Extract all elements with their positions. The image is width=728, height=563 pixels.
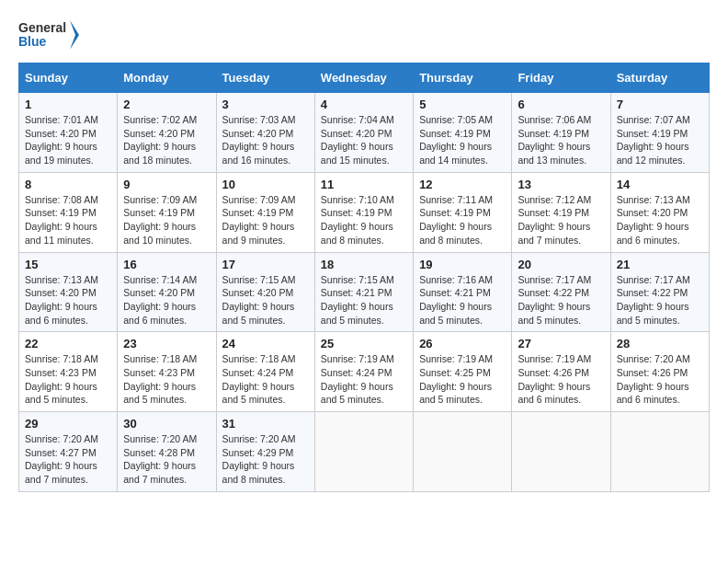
day-number: 19 [419, 258, 506, 271]
calendar-cell: 11Sunrise: 7:10 AMSunset: 4:19 PMDayligh… [314, 172, 413, 252]
day-number: 10 [222, 178, 309, 191]
calendar-cell: 27Sunrise: 7:19 AMSunset: 4:26 PMDayligh… [512, 332, 610, 412]
day-number: 27 [518, 337, 604, 350]
day-header-friday: Friday [512, 63, 610, 93]
day-info: Sunrise: 7:05 AMSunset: 4:19 PMDaylight:… [419, 113, 506, 167]
calendar-cell: 1Sunrise: 7:01 AMSunset: 4:20 PMDaylight… [19, 93, 118, 173]
day-number: 17 [222, 258, 309, 271]
day-number: 24 [222, 337, 309, 350]
calendar-cell: 4Sunrise: 7:04 AMSunset: 4:20 PMDaylight… [314, 93, 413, 173]
day-info: Sunrise: 7:20 AMSunset: 4:27 PMDaylight:… [25, 432, 111, 487]
day-number: 18 [321, 258, 407, 271]
day-header-saturday: Saturday [610, 63, 709, 93]
week-row-1: 1Sunrise: 7:01 AMSunset: 4:20 PMDaylight… [19, 93, 710, 173]
day-info: Sunrise: 7:13 AMSunset: 4:20 PMDaylight:… [25, 273, 111, 327]
day-info: Sunrise: 7:19 AMSunset: 4:26 PMDaylight:… [518, 352, 604, 407]
day-info: Sunrise: 7:10 AMSunset: 4:19 PMDaylight:… [321, 193, 407, 247]
day-info: Sunrise: 7:06 AMSunset: 4:19 PMDaylight:… [518, 113, 604, 167]
day-info: Sunrise: 7:12 AMSunset: 4:19 PMDaylight:… [518, 193, 604, 247]
logo-svg: GeneralBlue [18, 18, 83, 52]
calendar-cell: 29Sunrise: 7:20 AMSunset: 4:27 PMDayligh… [19, 412, 118, 492]
calendar-cell: 30Sunrise: 7:20 AMSunset: 4:28 PMDayligh… [118, 412, 216, 492]
day-info: Sunrise: 7:14 AMSunset: 4:20 PMDaylight:… [123, 273, 210, 327]
day-number: 25 [321, 337, 407, 350]
day-number: 15 [25, 258, 111, 271]
day-info: Sunrise: 7:20 AMSunset: 4:29 PMDaylight:… [222, 432, 309, 487]
calendar-cell: 21Sunrise: 7:17 AMSunset: 4:22 PMDayligh… [610, 252, 709, 332]
day-info: Sunrise: 7:18 AMSunset: 4:23 PMDaylight:… [25, 352, 111, 407]
day-header-monday: Monday [118, 63, 216, 93]
day-header-tuesday: Tuesday [216, 63, 314, 93]
day-number: 23 [123, 337, 210, 350]
day-number: 22 [25, 337, 111, 350]
calendar-cell [610, 412, 709, 492]
day-number: 5 [419, 98, 506, 111]
calendar-cell: 7Sunrise: 7:07 AMSunset: 4:19 PMDaylight… [610, 93, 709, 173]
page-header: GeneralBlue [18, 18, 710, 52]
calendar-cell: 14Sunrise: 7:13 AMSunset: 4:20 PMDayligh… [610, 172, 709, 252]
day-number: 11 [321, 178, 407, 191]
svg-text:Blue: Blue [18, 34, 47, 49]
day-number: 20 [518, 258, 604, 271]
calendar-cell: 24Sunrise: 7:18 AMSunset: 4:24 PMDayligh… [216, 332, 314, 412]
day-number: 31 [222, 417, 309, 431]
day-number: 29 [25, 417, 111, 431]
calendar-cell: 12Sunrise: 7:11 AMSunset: 4:19 PMDayligh… [414, 172, 512, 252]
calendar-cell [512, 412, 610, 492]
day-header-sunday: Sunday [19, 63, 118, 93]
day-number: 6 [518, 98, 604, 111]
day-info: Sunrise: 7:17 AMSunset: 4:22 PMDaylight:… [617, 273, 703, 327]
calendar-cell: 13Sunrise: 7:12 AMSunset: 4:19 PMDayligh… [512, 172, 610, 252]
day-info: Sunrise: 7:01 AMSunset: 4:20 PMDaylight:… [25, 113, 111, 167]
day-number: 3 [222, 98, 309, 111]
day-header-thursday: Thursday [414, 63, 512, 93]
calendar-cell: 2Sunrise: 7:02 AMSunset: 4:20 PMDaylight… [118, 93, 216, 173]
day-header-wednesday: Wednesday [314, 63, 413, 93]
day-info: Sunrise: 7:20 AMSunset: 4:28 PMDaylight:… [123, 432, 210, 487]
day-number: 26 [419, 337, 506, 350]
day-info: Sunrise: 7:07 AMSunset: 4:19 PMDaylight:… [617, 113, 703, 167]
day-info: Sunrise: 7:20 AMSunset: 4:26 PMDaylight:… [617, 352, 703, 407]
week-row-2: 8Sunrise: 7:08 AMSunset: 4:19 PMDaylight… [19, 172, 710, 252]
day-number: 14 [617, 178, 703, 191]
svg-text:General: General [18, 20, 66, 35]
day-number: 9 [123, 178, 210, 191]
day-number: 12 [419, 178, 506, 191]
day-number: 2 [123, 98, 210, 111]
day-number: 28 [617, 337, 703, 350]
day-info: Sunrise: 7:15 AMSunset: 4:21 PMDaylight:… [321, 273, 407, 327]
day-info: Sunrise: 7:17 AMSunset: 4:22 PMDaylight:… [518, 273, 604, 327]
day-info: Sunrise: 7:13 AMSunset: 4:20 PMDaylight:… [617, 193, 703, 247]
day-number: 7 [617, 98, 703, 111]
day-number: 8 [25, 178, 111, 191]
logo: GeneralBlue [18, 18, 83, 52]
header-row: SundayMondayTuesdayWednesdayThursdayFrid… [19, 63, 710, 93]
calendar-cell: 15Sunrise: 7:13 AMSunset: 4:20 PMDayligh… [19, 252, 118, 332]
day-number: 4 [321, 98, 407, 111]
day-info: Sunrise: 7:08 AMSunset: 4:19 PMDaylight:… [25, 193, 111, 247]
calendar-cell: 8Sunrise: 7:08 AMSunset: 4:19 PMDaylight… [19, 172, 118, 252]
calendar-cell: 16Sunrise: 7:14 AMSunset: 4:20 PMDayligh… [118, 252, 216, 332]
day-info: Sunrise: 7:11 AMSunset: 4:19 PMDaylight:… [419, 193, 506, 247]
day-info: Sunrise: 7:09 AMSunset: 4:19 PMDaylight:… [222, 193, 309, 247]
calendar-cell: 6Sunrise: 7:06 AMSunset: 4:19 PMDaylight… [512, 93, 610, 173]
calendar-cell: 31Sunrise: 7:20 AMSunset: 4:29 PMDayligh… [216, 412, 314, 492]
week-row-4: 22Sunrise: 7:18 AMSunset: 4:23 PMDayligh… [19, 332, 710, 412]
calendar-cell: 28Sunrise: 7:20 AMSunset: 4:26 PMDayligh… [610, 332, 709, 412]
day-info: Sunrise: 7:16 AMSunset: 4:21 PMDaylight:… [419, 273, 506, 327]
day-info: Sunrise: 7:03 AMSunset: 4:20 PMDaylight:… [222, 113, 309, 167]
calendar-cell: 9Sunrise: 7:09 AMSunset: 4:19 PMDaylight… [118, 172, 216, 252]
calendar-cell: 20Sunrise: 7:17 AMSunset: 4:22 PMDayligh… [512, 252, 610, 332]
day-info: Sunrise: 7:15 AMSunset: 4:20 PMDaylight:… [222, 273, 309, 327]
calendar-cell: 23Sunrise: 7:18 AMSunset: 4:23 PMDayligh… [118, 332, 216, 412]
calendar-table: SundayMondayTuesdayWednesdayThursdayFrid… [18, 63, 710, 492]
calendar-cell: 22Sunrise: 7:18 AMSunset: 4:23 PMDayligh… [19, 332, 118, 412]
day-info: Sunrise: 7:19 AMSunset: 4:24 PMDaylight:… [321, 352, 407, 407]
calendar-cell: 25Sunrise: 7:19 AMSunset: 4:24 PMDayligh… [314, 332, 413, 412]
day-number: 16 [123, 258, 210, 271]
week-row-5: 29Sunrise: 7:20 AMSunset: 4:27 PMDayligh… [19, 412, 710, 492]
calendar-cell: 26Sunrise: 7:19 AMSunset: 4:25 PMDayligh… [414, 332, 512, 412]
day-info: Sunrise: 7:18 AMSunset: 4:24 PMDaylight:… [222, 352, 309, 407]
svg-marker-2 [70, 20, 79, 50]
day-info: Sunrise: 7:02 AMSunset: 4:20 PMDaylight:… [123, 113, 210, 167]
